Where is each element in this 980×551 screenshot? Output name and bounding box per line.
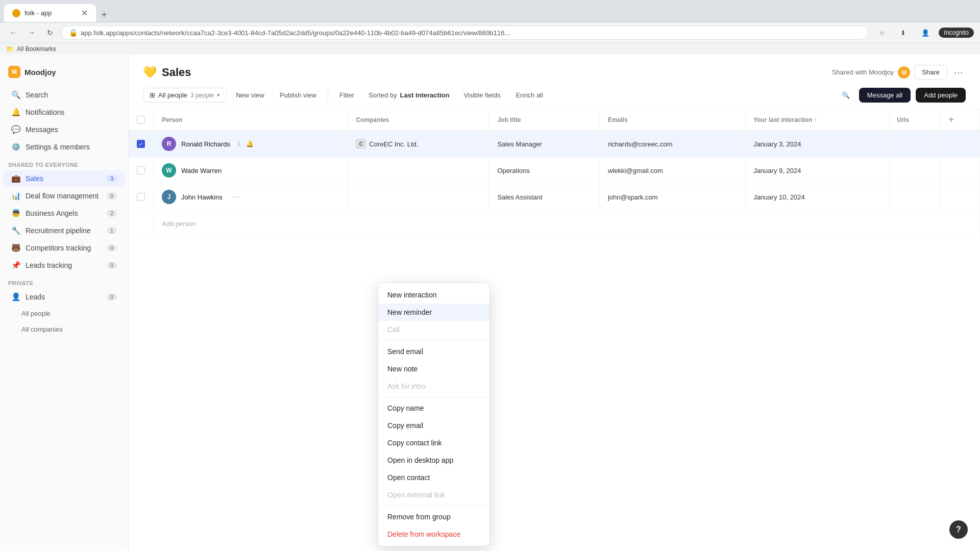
forward-button[interactable]: → [24,26,39,40]
menu-item-label: Delete from workspace [387,530,460,538]
person-name: John Hawkins [181,193,223,201]
table-row[interactable]: J John Hawkins ⋯ Sales Assistant john@sp… [129,184,980,210]
active-tab[interactable]: folk - app ✕ [4,4,96,22]
address-bar[interactable]: 🔒 app.folk.app/apps/contacts/network/cca… [61,26,869,40]
competitors-icon: 🐻 [11,243,20,253]
sidebar-item-recruitment[interactable]: 🔧 Recruitment pipeline 1 [3,222,125,239]
row-checkbox-cell[interactable]: ✓ [129,131,154,157]
star-button[interactable]: ☆ [873,27,891,39]
search-icon: 🔍 [11,90,20,99]
sidebar-item-business-angels[interactable]: 👼 Business Angels 2 [3,205,125,221]
row-checkbox-cell[interactable] [129,184,154,210]
menu-item-copy-name[interactable]: Copy name [378,399,489,417]
row-checkbox[interactable] [137,193,145,201]
tab-favicon [12,9,20,17]
toolbar-divider-1 [328,90,328,101]
sidebar-item-all-companies[interactable]: All companies [3,322,125,337]
sidebar: M Moodjoy 🔍 Search 🔔 Notifications 💬 Mes… [0,55,129,551]
menu-item-open-contact[interactable]: Open contact [378,469,489,486]
menu-item-send-email[interactable]: Send email [378,343,489,360]
add-people-button[interactable]: Add people [916,88,966,103]
profile-button[interactable]: 👤 [915,27,936,39]
refresh-button[interactable]: ↻ [43,26,57,40]
menu-item-label: New note [387,365,418,373]
url-cell [889,157,940,184]
menu-item-copy-contact-link[interactable]: Copy contact link [378,434,489,452]
bookmarks-bar: 📁 All Bookmarks [0,43,980,55]
select-all-checkbox[interactable] [137,116,145,124]
sort-field: Last interaction [400,91,450,99]
more-options-button[interactable]: ⋯ [951,65,966,80]
publish-view-button[interactable]: Publish view [274,88,323,102]
sidebar-item-notifications[interactable]: 🔔 Notifications [3,104,125,120]
business-angels-badge: 2 [107,210,117,217]
person-cell[interactable]: J John Hawkins ⋯ [154,184,348,210]
sidebar-all-people-label: All people [21,310,51,317]
menu-item-delete-workspace[interactable]: Delete from workspace [378,525,489,543]
row-checkbox-cell[interactable] [129,157,154,184]
help-button[interactable]: ? [949,520,968,539]
sidebar-messages-label: Messages [26,126,58,134]
menu-item-open-desktop[interactable]: Open in desktop app [378,452,489,469]
filter-button[interactable]: Filter [333,88,360,102]
new-view-button[interactable]: New view [230,88,271,102]
person-cell[interactable]: W Wade Warren [154,157,348,184]
sidebar-item-deal-flow[interactable]: 📊 Deal flow management 0 [3,188,125,204]
add-column-icon[interactable]: + [948,114,954,124]
grid-icon: ⊞ [150,91,155,99]
shared-with-label: Shared with Moodjoy [832,68,894,76]
tab-close-button[interactable]: ✕ [81,8,88,18]
menu-item-label: Remove from group [387,513,451,521]
menu-item-new-reminder[interactable]: New reminder [378,304,489,321]
all-people-filter[interactable]: ⊞ All people 3 people ▾ [143,88,227,103]
table-row[interactable]: ✓ R Ronald Richards 1 🔔 [129,131,980,157]
sidebar-item-search[interactable]: 🔍 Search [3,87,125,103]
menu-item-label: Copy name [387,404,424,412]
sidebar-item-leads-tracking[interactable]: 📌 Leads tracking 0 [3,257,125,273]
sidebar-item-leads[interactable]: 👤 Leads 0 [3,289,125,305]
row-extra-cell [940,131,980,157]
job-title-cell: Operations [489,157,599,184]
sidebar-search-label: Search [26,91,48,99]
sidebar-item-competitors[interactable]: 🐻 Competitors tracking 0 [3,240,125,256]
person-cell[interactable]: R Ronald Richards 1 🔔 [154,131,348,157]
add-person-cell[interactable]: Add person [154,210,980,237]
bookmarks-label: All Bookmarks [17,45,56,53]
add-column-header[interactable]: + [940,109,980,131]
leads-icon: 👤 [11,292,20,302]
menu-item-new-interaction[interactable]: New interaction [378,286,489,304]
recruitment-icon: 🔧 [11,226,20,235]
menu-item-new-note[interactable]: New note [378,360,489,378]
search-contacts-button[interactable]: 🔍 [836,88,856,102]
urls-column-header: Urls [889,109,940,131]
add-person-row[interactable]: Add person [129,210,980,237]
row-checkbox[interactable] [137,166,145,174]
download-button[interactable]: ⬇ [894,27,912,39]
app-container: M Moodjoy 🔍 Search 🔔 Notifications 💬 Mes… [0,55,980,551]
more-actions-icon[interactable]: ⋯ [230,191,242,203]
sidebar-item-settings[interactable]: ⚙️ Settings & members [3,139,125,155]
browser-chrome: folk - app ✕ + ← → ↻ 🔒 app.folk.app/apps… [0,0,980,55]
job-title-cell: Sales Manager [489,131,599,157]
menu-item-remove-group[interactable]: Remove from group [378,508,489,525]
select-all-header[interactable] [129,109,154,131]
sidebar-item-sales[interactable]: 💼 Sales 3 [3,170,125,187]
enrich-all-button[interactable]: Enrich all [509,88,549,102]
job-title-column-header: Job title [489,109,599,131]
new-tab-button[interactable]: + [97,8,111,22]
menu-item-copy-email[interactable]: Copy email [378,417,489,434]
table-row[interactable]: W Wade Warren Operations wlekki@gmail.co… [129,157,980,184]
add-person-label: Add person [162,220,196,228]
last-interaction-column-header[interactable]: Your last interaction ↑ [745,109,889,131]
message-all-button[interactable]: Message all [859,88,911,103]
sidebar-item-messages[interactable]: 💬 Messages [3,121,125,138]
contacts-table: Person Companies Job title Emails Your l… [129,109,980,237]
sidebar-leads-label: Leads [26,293,45,301]
row-checkbox[interactable]: ✓ [137,140,145,148]
visible-fields-button[interactable]: Visible fields [457,88,506,102]
company-cell[interactable]: C CoreEC Inc. Ltd. [348,131,489,157]
share-button[interactable]: Share [914,65,947,80]
sidebar-item-all-people[interactable]: All people [3,306,125,321]
row-extra-cell [940,157,980,184]
back-button[interactable]: ← [6,26,20,40]
